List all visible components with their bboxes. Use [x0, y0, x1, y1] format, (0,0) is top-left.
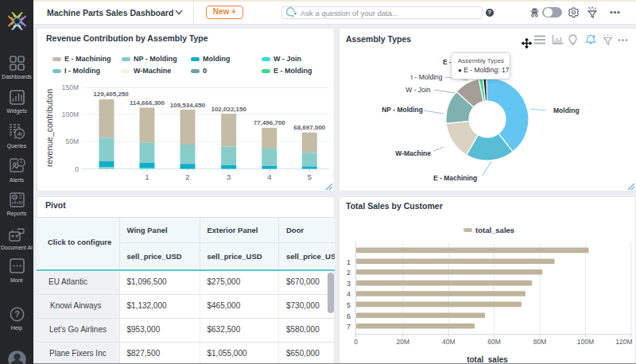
svg-text:2: 2 — [185, 172, 189, 181]
svg-text:W-Machine: W-Machine — [395, 149, 431, 157]
svg-text:4: 4 — [267, 172, 271, 181]
svg-text:114,666,300: 114,666,300 — [130, 99, 165, 106]
svg-text:68,697,000: 68,697,000 — [293, 124, 326, 131]
svg-text:3: 3 — [347, 280, 351, 288]
svg-text:3: 3 — [227, 172, 231, 181]
svg-text:E - Machining: E - Machining — [433, 174, 477, 182]
svg-text:60M: 60M — [487, 338, 501, 346]
svg-text:1: 1 — [347, 258, 351, 266]
svg-text:1: 1 — [145, 172, 149, 181]
svg-text:7: 7 — [347, 323, 351, 331]
svg-text:80M: 80M — [533, 338, 547, 346]
svg-text:W - Join: W - Join — [405, 86, 430, 94]
svg-text:5: 5 — [347, 301, 351, 309]
svg-text:40M: 40M — [442, 338, 456, 346]
svg-text:120M: 120M — [615, 338, 632, 346]
svg-text:NP - Molding: NP - Molding — [382, 106, 423, 114]
svg-text:?: ? — [14, 309, 20, 319]
svg-text:Molding: Molding — [553, 106, 580, 114]
svg-text:2: 2 — [347, 269, 351, 277]
svg-text:revenue_contribution: revenue_contribution — [45, 89, 54, 167]
svg-text:150M: 150M — [62, 83, 79, 91]
svg-text:109,534,650: 109,534,650 — [170, 102, 206, 109]
svg-text:77,496,700: 77,496,700 — [254, 119, 286, 126]
svg-text:50M: 50M — [65, 137, 79, 145]
svg-text:I - Molding: I - Molding — [411, 73, 443, 81]
svg-text:100M: 100M — [577, 338, 594, 346]
svg-text:129,405,250: 129,405,250 — [93, 91, 129, 98]
svg-text:5: 5 — [308, 172, 312, 181]
svg-text:6: 6 — [347, 312, 351, 320]
svg-text:20M: 20M — [397, 338, 410, 346]
svg-text:100M: 100M — [62, 110, 79, 118]
svg-text:102,022,150: 102,022,150 — [211, 106, 246, 113]
svg-text:0: 0 — [354, 338, 358, 346]
svg-text:0: 0 — [75, 165, 79, 173]
svg-text:4: 4 — [347, 290, 351, 298]
